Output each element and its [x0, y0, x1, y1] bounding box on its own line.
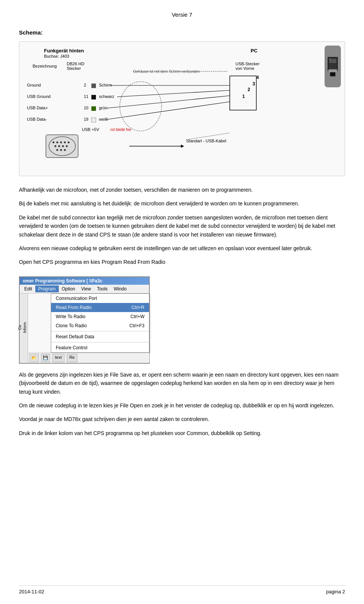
svg-point-45	[58, 145, 60, 147]
svg-point-47	[66, 145, 68, 147]
svg-text:10: 10	[84, 106, 88, 110]
svg-text:schwarz: schwarz	[99, 94, 115, 99]
toolbar-re-btn[interactable]: Re	[67, 354, 77, 362]
clone-radio-shortcut: Ctrl+F3	[129, 323, 144, 328]
left-label-co: Co	[18, 295, 22, 360]
svg-point-41	[60, 142, 62, 144]
cps-window: omer Programming Software [ \\Pa3c Edit …	[19, 276, 150, 364]
svg-text:USB Ground: USB Ground	[27, 94, 50, 99]
svg-point-40	[56, 142, 58, 144]
clone-radio-label: Clone To Radio	[56, 323, 87, 328]
svg-text:weiß: weiß	[99, 117, 108, 121]
svg-text:PC: PC	[251, 48, 258, 54]
svg-text:3: 3	[253, 81, 255, 87]
cps-menubar: Edit Program Option View Tools Windo	[20, 285, 149, 293]
paragraph-1: Afhankelijk van de microfoon, met of zon…	[19, 186, 345, 194]
svg-rect-17	[91, 84, 96, 88]
svg-rect-58	[329, 59, 336, 63]
paragraph-5: Open het CPS programma en kies Program R…	[19, 258, 345, 266]
svg-rect-61	[330, 72, 336, 76]
usb-photo	[325, 46, 341, 87]
cps-main-area: Communication Port Read From Radio Ctrl+…	[28, 293, 149, 363]
menu-communication-port[interactable]: Communication Port	[51, 294, 149, 303]
left-label-inform: Inform	[23, 295, 27, 360]
page: Versie 7 Schema: Funkgerät hinten Buchse…	[0, 0, 364, 604]
svg-rect-32	[91, 118, 96, 122]
svg-text:Bezeichnung: Bezeichnung	[33, 64, 57, 68]
svg-text:2: 2	[84, 83, 86, 87]
svg-text:rot bleibt frei: rot bleibt frei	[110, 128, 131, 132]
page-version: Versie 7	[19, 11, 345, 18]
cps-title: omer Programming Software [ \\Pa3c	[23, 278, 102, 284]
cps-left-panel: Inform Co	[20, 293, 28, 363]
svg-text:Schirm: Schirm	[99, 83, 112, 87]
svg-line-34	[106, 102, 230, 120]
footer-date: 2014-11-02	[19, 589, 44, 595]
toolbar-text-btn[interactable]: text	[52, 354, 64, 362]
read-radio-label: Read From Radio	[56, 305, 92, 310]
feature-label: Feature Control	[56, 345, 87, 350]
svg-rect-62	[329, 58, 331, 59]
svg-text:Gehäuse ist mit dem Schirm ver: Gehäuse ist mit dem Schirm verbunden	[133, 69, 200, 74]
svg-point-49	[60, 149, 62, 151]
comm-port-label: Communication Port	[56, 296, 97, 301]
paragraph-9: Druk in de linker kolom van het CPS prog…	[19, 429, 345, 437]
cps-screenshot: omer Programming Software [ \\Pa3c Edit …	[19, 276, 150, 364]
svg-text:1: 1	[242, 94, 245, 99]
menu-write-to-radio[interactable]: Write To Radio Ctrl+W	[51, 312, 149, 321]
menu-reset-default[interactable]: Reset Default Data	[51, 332, 149, 341]
cps-toolbar: 📂 💾 text Re	[28, 353, 149, 363]
paragraph-7: Om de nieuwe codeplug in te lezen kies j…	[19, 401, 345, 410]
svg-rect-27	[91, 106, 96, 111]
paragraph-6: Als de gegevens zijn ingelezen kies je F…	[19, 371, 345, 396]
menu-clone-to-radio[interactable]: Clone To Radio Ctrl+F3	[51, 321, 149, 330]
read-radio-shortcut: Ctrl+R	[132, 305, 144, 310]
cps-side-panel: Inform Co Communication Port Read From R…	[20, 293, 149, 363]
svg-point-50	[64, 149, 66, 151]
svg-text:11: 11	[84, 94, 88, 99]
svg-text:2: 2	[248, 87, 250, 92]
svg-line-29	[107, 96, 230, 108]
paragraph-4: Alvorens een nieuwe codeplug te gebruike…	[19, 244, 345, 252]
svg-text:Buchse: J403: Buchse: J403	[44, 54, 69, 58]
toolbar-save-icon[interactable]: 💾	[41, 354, 50, 362]
svg-text:USB Data+: USB Data+	[27, 106, 48, 110]
diagram-svg: Funkgerät hinten Buchse: J403 PC Bezeich…	[23, 46, 319, 172]
svg-point-39	[53, 142, 55, 144]
svg-point-42	[64, 142, 66, 144]
svg-line-24	[117, 90, 230, 97]
wiring-diagram: Funkgerät hinten Buchse: J403 PC Bezeich…	[23, 46, 319, 171]
dropdown-divider-2	[51, 342, 149, 342]
svg-text:19: 19	[84, 117, 88, 121]
svg-text:Standart - USB-Kabel: Standart - USB-Kabel	[186, 139, 226, 143]
write-radio-label: Write To Radio	[56, 314, 85, 319]
menu-program[interactable]: Program	[35, 285, 59, 292]
menu-read-from-radio[interactable]: Read From Radio Ctrl+R	[51, 303, 149, 312]
menu-tools[interactable]: Tools	[94, 285, 111, 292]
reset-label: Reset Default Data	[56, 334, 94, 339]
menu-view[interactable]: View	[78, 285, 94, 292]
svg-point-43	[68, 142, 70, 144]
cps-titlebar: omer Programming Software [ \\Pa3c	[20, 277, 149, 285]
menu-window[interactable]: Windo	[111, 285, 130, 292]
svg-text:USB Data-: USB Data-	[27, 117, 47, 121]
paragraph-8: Voordat je naar de MD78x gaat schrijven …	[19, 415, 345, 423]
paragraph-3: De kabel met de subd connector kan tegel…	[19, 213, 345, 239]
svg-text:Ground: Ground	[27, 83, 41, 87]
page-footer: 2014-11-02 pagina 2	[19, 585, 345, 595]
svg-text:von Vorne: von Vorne	[235, 66, 254, 71]
svg-text:grün: grün	[99, 106, 107, 110]
svg-point-44	[55, 145, 56, 147]
dropdown-divider	[51, 331, 149, 331]
svg-text:Stecker: Stecker	[67, 66, 81, 71]
toolbar-open-icon[interactable]: 📂	[30, 354, 39, 362]
write-radio-shortcut: Ctrl+W	[130, 314, 144, 319]
menu-edit[interactable]: Edit	[21, 285, 35, 292]
svg-point-48	[56, 149, 58, 151]
paragraph-2: Bij de kabels met mic aansluiting is het…	[19, 199, 345, 208]
footer-page: pagina 2	[326, 589, 345, 595]
menu-feature-control[interactable]: Feature Control	[51, 343, 149, 352]
menu-option[interactable]: Option	[59, 285, 78, 292]
schema-label: Schema:	[19, 29, 345, 36]
svg-text:Funkgerät hinten: Funkgerät hinten	[44, 48, 84, 54]
